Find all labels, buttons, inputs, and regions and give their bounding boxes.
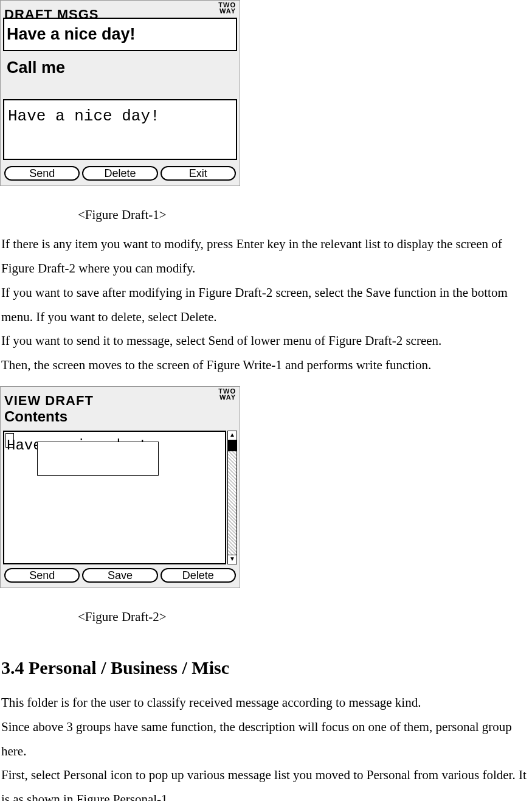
figure-caption-2: <Figure Draft-2> — [0, 605, 532, 629]
draft-list-item[interactable]: Call me — [3, 51, 237, 85]
body-paragraph: This folder is for the user to classify … — [0, 691, 532, 715]
draft-preview: Have a nice day! — [3, 99, 237, 160]
figure-draft-1-device: DRAFT MSGS TWO WAY Have a nice day! Call… — [0, 0, 240, 186]
text-cursor-icon — [5, 433, 14, 448]
body-paragraph: If you want to save after modifying in F… — [0, 281, 532, 330]
device-button-row: Send Save Delete — [1, 564, 240, 588]
exit-button[interactable]: Exit — [161, 166, 236, 181]
two-way-indicator: TWO WAY — [218, 2, 236, 14]
save-button[interactable]: Save — [82, 568, 157, 583]
device-header: DRAFT MSGS TWO WAY — [1, 1, 240, 18]
body-paragraph: Since above 3 groups have same function,… — [0, 715, 532, 764]
overlay-box — [37, 442, 159, 476]
scroll-down-icon[interactable]: ▼ — [227, 555, 237, 564]
figure-draft-2-device: VIEW DRAFT TWO WAY Contents Have a nice … — [0, 386, 240, 588]
body-paragraph: If there is any item you want to modify,… — [0, 232, 532, 281]
scrollbar[interactable]: ▲ ▼ — [227, 431, 237, 564]
figure-caption-1: <Figure Draft-1> — [0, 203, 532, 227]
device-header: VIEW DRAFT TWO WAY — [1, 387, 240, 404]
send-button[interactable]: Send — [4, 568, 80, 583]
draft-list: Have a nice day! Call me — [1, 18, 240, 97]
device-button-row: Send Delete Exit — [1, 162, 240, 186]
body-paragraph: First, select Personal icon to pop up va… — [0, 763, 532, 801]
send-button[interactable]: Send — [4, 166, 80, 181]
scroll-up-icon[interactable]: ▲ — [227, 431, 237, 440]
contents-label: Contents — [1, 403, 240, 431]
body-paragraph: If you want to send it to message, selec… — [0, 329, 532, 353]
body-paragraph: Then, the screen moves to the screen of … — [0, 353, 532, 378]
section-heading: 3.4 Personal / Business / Misc — [0, 650, 532, 685]
delete-button[interactable]: Delete — [82, 166, 157, 181]
scroll-track[interactable] — [227, 440, 237, 555]
scroll-thumb[interactable] — [227, 440, 237, 451]
two-way-line2: WAY — [218, 394, 236, 400]
delete-button[interactable]: Delete — [161, 568, 236, 583]
draft-list-item[interactable]: Have a nice day! — [3, 18, 237, 51]
two-way-line2: WAY — [218, 8, 236, 14]
two-way-indicator: TWO WAY — [218, 388, 236, 400]
